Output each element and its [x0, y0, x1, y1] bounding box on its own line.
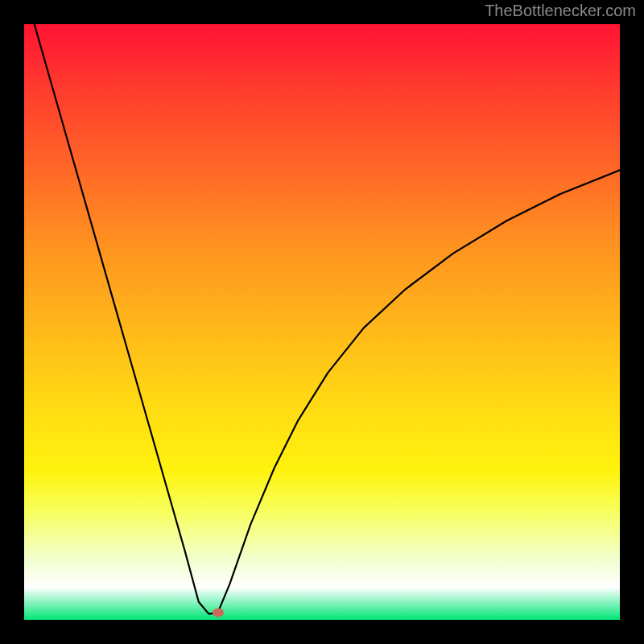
bottleneck-curve — [24, 24, 620, 620]
plot-area — [24, 24, 620, 620]
optimal-point-marker — [213, 609, 224, 617]
watermark-text: TheBottlenecker.com — [485, 2, 636, 20]
chart-frame: TheBottlenecker.com — [0, 0, 644, 644]
